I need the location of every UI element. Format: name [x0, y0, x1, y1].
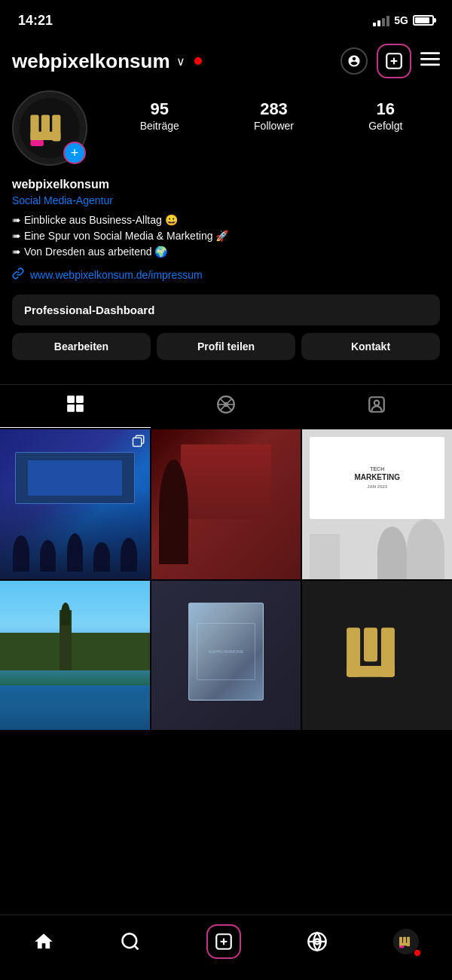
following-count: 16 — [368, 99, 402, 119]
status-time: 14:21 — [18, 13, 53, 29]
profile-link[interactable]: www.webpixelkonsum.de/impressum — [12, 267, 440, 282]
posts-label: Beiträge — [140, 120, 179, 132]
signal-icon — [373, 14, 389, 26]
grid-icon — [66, 394, 85, 418]
svg-rect-21 — [133, 438, 141, 446]
profile-section: + 95 Beiträge 283 Follower 16 Gefolgt we… — [0, 90, 452, 384]
network-type: 5G — [394, 14, 408, 26]
search-icon — [120, 931, 141, 952]
nav-add[interactable] — [206, 924, 241, 959]
svg-point-20 — [374, 400, 380, 405]
svg-point-26 — [122, 934, 136, 948]
add-story-button[interactable]: + — [63, 142, 86, 164]
add-icon — [214, 932, 234, 951]
avatar-container[interactable]: + — [12, 90, 87, 166]
svg-rect-23 — [364, 627, 377, 661]
following-stat[interactable]: 16 Gefolgt — [368, 99, 402, 133]
profile-category[interactable]: Social Media-Agentur — [12, 194, 440, 206]
nav-search[interactable] — [120, 931, 141, 952]
post-item[interactable]: TECH MARKETING JAN 2023 — [302, 429, 452, 579]
new-post-button[interactable] — [377, 44, 411, 78]
post-item[interactable] — [151, 429, 301, 579]
battery-icon — [413, 15, 434, 26]
nav-reels[interactable] — [307, 931, 328, 952]
threads-icon[interactable] — [341, 47, 368, 75]
profile-username: webpixelkonsum — [12, 178, 440, 191]
nav-home[interactable] — [33, 931, 54, 952]
live-dot — [194, 57, 202, 65]
bio-line-2: ➠ Eine Spur von Social Media & Marketing… — [12, 228, 440, 244]
edit-profile-button[interactable]: Bearbeiten — [12, 333, 151, 360]
header-right — [341, 44, 440, 78]
status-icons: 5G — [373, 14, 434, 26]
following-label: Gefolgt — [368, 120, 402, 132]
svg-rect-4 — [420, 58, 440, 60]
svg-rect-3 — [420, 52, 440, 54]
status-bar: 14:21 5G — [0, 0, 452, 38]
tab-grid[interactable] — [0, 385, 151, 428]
professional-dashboard-button[interactable]: Professional-Dashboard — [12, 295, 440, 325]
nav-profile[interactable] — [393, 929, 419, 954]
multi-photo-icon — [132, 434, 145, 450]
svg-rect-5 — [420, 64, 440, 66]
tab-tagged[interactable] — [301, 385, 452, 428]
menu-icon[interactable] — [420, 49, 440, 73]
followers-count: 283 — [254, 99, 294, 119]
posts-grid: TECH MARKETING JAN 2023 — [0, 429, 452, 730]
svg-rect-25 — [347, 666, 395, 677]
reels-nav-icon — [307, 931, 328, 952]
svg-rect-14 — [67, 405, 75, 412]
bio-line-3: ➠ Von Dresden aus arbeitend 🌍 — [12, 244, 440, 260]
link-icon — [12, 267, 24, 282]
content-tabs — [0, 384, 452, 428]
reels-icon — [216, 395, 236, 419]
posts-count: 95 — [140, 99, 179, 119]
svg-rect-38 — [399, 943, 410, 946]
action-buttons: Bearbeiten Profil teilen Kontakt — [12, 333, 440, 360]
svg-rect-8 — [41, 114, 50, 133]
svg-rect-36 — [403, 937, 406, 943]
share-profile-button[interactable]: Profil teilen — [157, 333, 295, 360]
chevron-down-icon[interactable]: ∨ — [176, 54, 185, 69]
header: webpixelkonsum ∨ — [0, 38, 452, 90]
profile-top: + 95 Beiträge 283 Follower 16 Gefolgt — [12, 90, 440, 166]
svg-rect-11 — [30, 140, 44, 146]
notification-dot — [414, 950, 420, 956]
svg-line-27 — [134, 945, 138, 949]
svg-rect-39 — [399, 946, 404, 948]
post-item[interactable]: #LBPHILHARMONIE — [151, 581, 301, 731]
tagged-icon — [367, 395, 386, 419]
tab-reels[interactable] — [151, 385, 301, 428]
bottom-nav — [0, 914, 452, 980]
profile-stats: 95 Beiträge 283 Follower 16 Gefolgt — [102, 90, 440, 133]
post-item[interactable] — [0, 581, 150, 731]
posts-stat[interactable]: 95 Beiträge — [140, 99, 179, 133]
followers-label: Follower — [254, 120, 294, 132]
link-text[interactable]: www.webpixelkonsum.de/impressum — [30, 269, 203, 281]
profile-bio: ➠ Einblicke aus Business-Alltag 😀 ➠ Eine… — [12, 212, 440, 260]
svg-rect-15 — [76, 405, 84, 412]
svg-rect-10 — [30, 132, 60, 140]
followers-stat[interactable]: 283 Follower — [254, 99, 294, 133]
home-icon — [33, 931, 54, 952]
add-button[interactable] — [206, 924, 241, 959]
header-left: webpixelkonsum ∨ — [12, 50, 202, 73]
contact-button[interactable]: Kontakt — [301, 333, 440, 360]
header-username[interactable]: webpixelkonsum — [12, 50, 170, 73]
post-item[interactable] — [302, 581, 452, 731]
post-item[interactable] — [0, 429, 150, 579]
bio-line-1: ➠ Einblicke aus Business-Alltag 😀 — [12, 212, 440, 228]
svg-rect-13 — [76, 395, 84, 403]
svg-rect-12 — [67, 395, 75, 403]
